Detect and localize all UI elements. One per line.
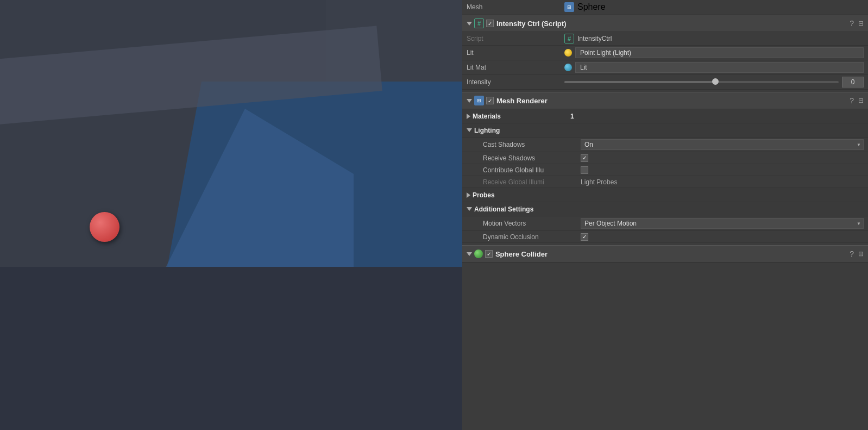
sphere-collider-icon <box>474 250 483 258</box>
intensity-ctrl-icon: # <box>474 18 484 28</box>
contribute-gi-row: Contribute Global Illu <box>462 164 868 176</box>
intensity-slider-fill <box>564 81 715 83</box>
light-icon <box>564 49 572 57</box>
cast-shadows-dropdown[interactable]: On <box>581 139 864 150</box>
receive-shadows-label: Receive Shadows <box>483 154 581 162</box>
cast-shadows-value-col: On <box>581 139 864 150</box>
mesh-renderer-help-icon[interactable]: ? <box>850 96 854 105</box>
intensity-ctrl-enabled-checkbox[interactable] <box>486 20 494 27</box>
intensity-ctrl-header: # Intensity Ctrl (Script) ? ⊟ <box>462 15 868 32</box>
inspector-panel: Mesh ⊞ Sphere # Intensity Ctrl (Script) … <box>462 0 868 430</box>
intensity-row: Intensity 0 <box>462 75 868 90</box>
sphere-collider-enabled-checkbox[interactable] <box>485 250 493 258</box>
motion-vectors-label: Motion Vectors <box>483 220 581 227</box>
lit-value: Point Light (Light) <box>580 49 631 57</box>
receive-shadows-value-col <box>581 154 864 162</box>
intensity-ctrl-title: Intensity Ctrl (Script) <box>496 20 850 28</box>
dynamic-occlusion-row: Dynamic Occlusion <box>462 231 868 243</box>
script-icon: # <box>564 34 574 43</box>
sphere-collider-header: Sphere Collider ? ⊟ <box>462 245 868 263</box>
lit-mat-value-col: Lit <box>564 62 864 73</box>
intensity-ctrl-actions: ? ⊟ <box>850 19 864 28</box>
motion-vectors-dropdown[interactable]: Per Object Motion <box>581 218 864 229</box>
dynamic-occlusion-checkbox[interactable] <box>581 233 588 241</box>
intensity-slider-container[interactable]: 0 <box>564 77 864 88</box>
additional-settings-section-row[interactable]: Additional Settings <box>462 202 868 216</box>
viewport <box>0 0 462 430</box>
mesh-renderer-title: Mesh Renderer <box>496 97 850 105</box>
contribute-gi-value-col <box>581 166 864 174</box>
sphere-collider-help-icon[interactable]: ? <box>850 250 854 258</box>
cast-shadows-row: Cast Shadows On <box>462 138 868 152</box>
sphere-collider-settings-icon[interactable]: ⊟ <box>858 250 864 258</box>
intensity-ctrl-settings-icon[interactable]: ⊟ <box>858 20 864 27</box>
lit-mat-object-ref[interactable]: Lit <box>575 62 864 73</box>
probes-section-row[interactable]: Probes <box>462 188 868 202</box>
intensity-slider-track[interactable] <box>564 81 839 83</box>
lighting-expand-arrow[interactable] <box>467 128 472 132</box>
red-sphere-object <box>90 212 119 242</box>
receive-shadows-row: Receive Shadows <box>462 152 868 164</box>
script-label: Script <box>467 35 564 42</box>
dynamic-occlusion-value-col <box>581 233 864 241</box>
contribute-gi-label: Contribute Global Illu <box>483 166 581 174</box>
receive-gi-value: Light Probes <box>581 178 617 186</box>
motion-vectors-value: Per Object Motion <box>584 220 637 227</box>
materials-section-row[interactable]: Materials 1 <box>462 109 868 123</box>
mesh-renderer-enabled-checkbox[interactable] <box>486 97 494 104</box>
additional-settings-label: Additional Settings <box>474 205 533 213</box>
mesh-renderer-settings-icon[interactable]: ⊟ <box>858 97 864 104</box>
mesh-label: Mesh <box>467 3 564 11</box>
lighting-section-row[interactable]: Lighting <box>462 123 868 138</box>
motion-vectors-row: Motion Vectors Per Object Motion <box>462 216 868 231</box>
probes-label: Probes <box>473 191 495 199</box>
lit-mat-label: Lit Mat <box>467 64 564 71</box>
mesh-renderer-icon: ⊞ <box>474 96 484 105</box>
intensity-label: Intensity <box>467 78 564 86</box>
mesh-property-row: Mesh ⊞ Sphere <box>462 0 868 15</box>
materials-label: Materials <box>473 113 570 120</box>
intensity-ctrl-collapse-arrow[interactable] <box>467 22 472 26</box>
receive-gi-label: Receive Global Illumi <box>483 178 581 186</box>
sphere-collider-collapse-arrow[interactable] <box>467 252 472 256</box>
intensity-ctrl-help-icon[interactable]: ? <box>850 19 854 28</box>
lit-mat-value: Lit <box>580 64 587 71</box>
receive-gi-row: Receive Global Illumi Light Probes <box>462 176 868 188</box>
mesh-value: Sphere <box>577 2 606 12</box>
lit-value-col: Point Light (Light) <box>564 47 864 58</box>
dynamic-occlusion-label: Dynamic Occlusion <box>483 233 581 241</box>
intensity-slider-thumb[interactable] <box>712 78 719 85</box>
cast-shadows-value: On <box>584 141 593 148</box>
lit-mat-row: Lit Mat Lit <box>462 60 868 75</box>
cast-shadows-label: Cast Shadows <box>483 141 581 148</box>
script-value-col: # IntensityCtrl <box>564 34 864 43</box>
materials-value-col: 1 <box>570 113 864 120</box>
script-value: IntensityCtrl <box>577 35 612 42</box>
mesh-renderer-actions: ? ⊟ <box>850 96 864 105</box>
receive-shadows-checkbox[interactable] <box>581 154 588 162</box>
probes-expand-arrow[interactable] <box>467 192 470 198</box>
receive-gi-value-col: Light Probes <box>581 178 864 186</box>
lit-row: Lit Point Light (Light) <box>462 46 868 60</box>
materials-count: 1 <box>570 113 574 120</box>
mesh-value-col: ⊞ Sphere <box>564 2 864 12</box>
mesh-renderer-collapse-arrow[interactable] <box>467 99 472 103</box>
contribute-gi-checkbox[interactable] <box>581 166 588 174</box>
sphere-mat-icon <box>564 64 572 71</box>
sphere-collider-actions: ? ⊟ <box>850 250 864 258</box>
intensity-value-field[interactable]: 0 <box>842 77 864 88</box>
materials-expand-arrow[interactable] <box>467 114 470 119</box>
lit-label: Lit <box>467 49 564 57</box>
motion-vectors-value-col: Per Object Motion <box>581 218 864 229</box>
sphere-collider-title: Sphere Collider <box>495 250 850 258</box>
additional-settings-expand-arrow[interactable] <box>467 207 472 211</box>
mesh-renderer-header: ⊞ Mesh Renderer ? ⊟ <box>462 92 868 109</box>
lit-object-ref[interactable]: Point Light (Light) <box>575 47 864 58</box>
lighting-label: Lighting <box>474 127 500 134</box>
intensity-value-col: 0 <box>564 77 864 88</box>
mesh-icon: ⊞ <box>564 2 574 12</box>
script-row: Script # IntensityCtrl <box>462 32 868 46</box>
